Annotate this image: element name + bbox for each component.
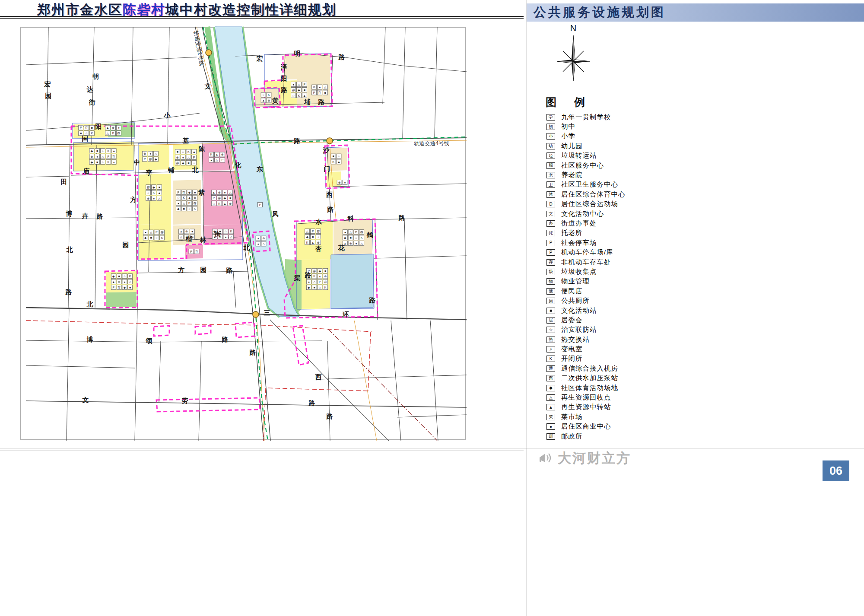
- facility-icon-glyph: ▲: [303, 94, 306, 97]
- road-label: 路: [249, 349, 256, 356]
- land-parcel: [106, 292, 137, 307]
- facility-icon-glyph: K: [107, 161, 109, 164]
- facility-icon-glyph: 存: [85, 126, 88, 129]
- legend-item: ■文化活动站: [546, 306, 626, 315]
- facility-icon-glyph: ◆: [308, 286, 310, 289]
- legend-label: 二次供水加压泵站: [561, 374, 618, 383]
- road-label: 陈: [199, 145, 205, 152]
- road-label: 北: [86, 300, 94, 308]
- facility-icon-glyph: ⊕: [176, 156, 179, 159]
- legend-icon: ☆: [546, 327, 555, 333]
- facility-icon-glyph: 存: [182, 191, 185, 194]
- facility-icon-glyph: K: [91, 132, 93, 135]
- legend-label: 文化活动站: [561, 306, 597, 315]
- legend-item: ☆治安联防站: [546, 325, 626, 335]
- facility-icon-glyph: △: [187, 156, 190, 159]
- facility-icon-glyph: ☆: [177, 196, 180, 199]
- facility-icon-glyph: ◆: [324, 91, 327, 94]
- road-label: 鹤: [366, 231, 374, 238]
- road-label: 水: [315, 218, 323, 225]
- facility-icon-glyph: 存: [176, 162, 179, 165]
- legend-label: 社区体育活动场地: [561, 384, 618, 393]
- road-label: 方: [130, 196, 137, 203]
- facility-icon-glyph: ●: [257, 242, 259, 245]
- facility-icon-glyph: ☆: [318, 286, 321, 289]
- road-label: 卉: [82, 212, 89, 219]
- legend-item: 居居委会: [546, 315, 626, 325]
- legend-item: 体居住区综合体育中心: [546, 190, 626, 199]
- facility-icon-glyph: P: [312, 230, 314, 233]
- road-label: 阳: [95, 123, 102, 130]
- facility-icon-glyph: △: [349, 231, 352, 234]
- road-label: 门: [324, 165, 330, 172]
- legend-item: 垃垃圾转运站: [546, 151, 626, 161]
- legend-icon: 泵: [546, 375, 555, 381]
- legend-icon: 圾: [546, 269, 555, 275]
- facility-icon-glyph: ⊕: [324, 275, 327, 278]
- megaphone-icon: [538, 451, 553, 465]
- title-suffix: 城中村改造控制性详细规划: [165, 2, 337, 17]
- facility-icon-glyph: P: [355, 231, 357, 234]
- legend-label: 通信综合接入机房: [561, 364, 618, 373]
- title-prefix: 郑州市金水区: [37, 2, 123, 17]
- facility-icon-glyph: 存: [360, 231, 363, 234]
- legend-item: 邮邮政所: [546, 432, 626, 441]
- legend-icon: ◆: [546, 385, 555, 391]
- compass-rose-icon: N: [552, 23, 595, 88]
- legend-label: 变电室: [561, 345, 583, 354]
- facility-icon-glyph: K: [183, 196, 185, 199]
- road-label: 达: [86, 86, 94, 93]
- facility-icon-glyph: ■: [183, 207, 184, 210]
- facility-icon-glyph: ▲: [180, 230, 183, 233]
- facility-icon-glyph: ◆: [144, 236, 147, 239]
- road-label: 黄: [272, 97, 279, 104]
- facility-icon-glyph: 存: [195, 250, 198, 253]
- legend-label: 再生资源中转站: [561, 403, 611, 412]
- facility-icon-glyph: △: [230, 235, 233, 238]
- facility-icon-glyph: ☆: [355, 236, 357, 239]
- legend-label: 公共厕所: [561, 296, 590, 305]
- legend-item: ⚡变电室: [546, 344, 626, 354]
- legend-icon: P: [546, 249, 555, 256]
- legend-label: 治安联防站: [561, 325, 597, 334]
- facility-icon-glyph: K: [298, 94, 300, 97]
- legend-item: 便便民店: [546, 286, 626, 296]
- legend-label: 社区卫生服务中心: [561, 180, 618, 189]
- road-label: 小: [164, 111, 171, 119]
- facility-icon-glyph: ●: [118, 126, 120, 129]
- legend-icon: D: [546, 201, 555, 207]
- facility-icon-glyph: ◆: [112, 275, 115, 278]
- facility-icon-glyph: K: [306, 241, 308, 244]
- facility-icon-glyph: ▲: [112, 149, 115, 152]
- road-label: 国: [82, 135, 89, 142]
- facility-icon-glyph: ▲: [106, 126, 109, 129]
- facility-icon-glyph: P: [177, 191, 179, 194]
- road-label: 路: [222, 336, 229, 343]
- facility-icon-glyph: △: [155, 152, 157, 155]
- legend-item: 小小学: [546, 132, 626, 141]
- legend-item: △再生资源回收点: [546, 393, 626, 402]
- metro-station-icon: [206, 50, 212, 56]
- facility-icon-glyph: △: [150, 231, 152, 234]
- facility-icon-glyph: ●: [225, 235, 226, 238]
- facility-icon-glyph: ⊕: [313, 86, 315, 89]
- road-label: 园: [123, 241, 129, 248]
- facility-icon-glyph: ■: [150, 236, 152, 239]
- road-label: 朝: [92, 73, 99, 80]
- legend-icon: 存: [546, 259, 555, 266]
- facility-icon-glyph: 存: [292, 89, 295, 92]
- legend-icon: 托: [546, 230, 555, 236]
- road-label: 路: [308, 399, 315, 406]
- facility-icon-glyph: ⊕: [118, 280, 121, 283]
- land-parcel: [284, 54, 330, 79]
- facility-icon-glyph: ■: [194, 191, 196, 194]
- facility-icon-glyph: ⊕: [229, 202, 232, 205]
- legend-label: 托老所: [561, 229, 583, 238]
- legend-label: 非机动车存车处: [561, 258, 611, 267]
- facility-icon-glyph: △: [216, 159, 218, 162]
- facility-icon-glyph: ▲: [188, 196, 191, 199]
- legend-label: 初中: [561, 122, 575, 131]
- road-label: 庙: [83, 167, 90, 175]
- facility-icon-glyph: ◆: [91, 161, 93, 164]
- legend-item: 初初中: [546, 122, 626, 131]
